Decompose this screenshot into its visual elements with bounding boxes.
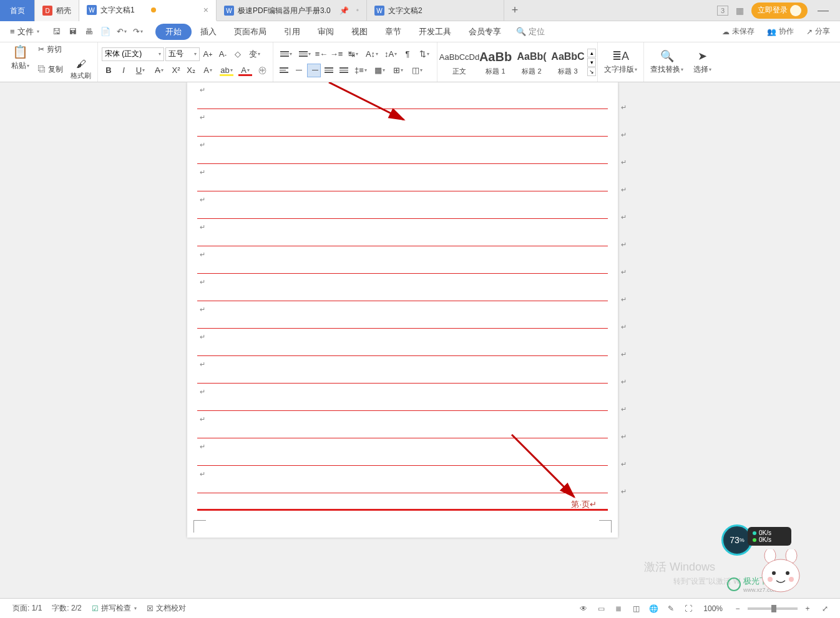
eye-icon[interactable]: 👁 — [576, 601, 591, 616]
page-indicator[interactable]: 页面: 1/1 — [7, 603, 47, 614]
line-spacing-button[interactable]: ‡≡▾ — [352, 64, 369, 77]
styles-down-button[interactable]: ▾ — [587, 58, 596, 67]
font-color-button[interactable]: A▾ — [237, 64, 254, 77]
login-button[interactable]: 立即登录 — [751, 2, 808, 19]
menu-tab-review[interactable]: 审阅 — [309, 22, 343, 41]
align-center-button[interactable] — [292, 64, 306, 77]
fullscreen-button[interactable]: ⤢ — [818, 601, 833, 616]
increase-indent-button[interactable]: →≡ — [330, 47, 343, 61]
undo-button[interactable]: ↶▾ — [114, 24, 129, 39]
proofread-button[interactable]: ☒文档校对 — [142, 603, 191, 614]
edit-icon[interactable]: ✎ — [663, 601, 678, 616]
zoom-thumb[interactable] — [771, 605, 776, 612]
web-layout-button[interactable]: ◫ — [628, 601, 643, 616]
asian-layout-button[interactable]: A↕▾ — [363, 47, 381, 61]
align-right-button[interactable] — [307, 64, 321, 77]
underline-button[interactable]: U▾ — [132, 64, 149, 77]
align-justify-button[interactable] — [322, 64, 336, 77]
word-count[interactable]: 字数: 2/2 — [47, 603, 86, 614]
zoom-out-button[interactable]: − — [730, 601, 745, 616]
pin-icon[interactable]: 📌 — [339, 6, 349, 15]
zoom-slider[interactable] — [748, 607, 798, 610]
find-replace-button[interactable]: 🔍 查找替换▾ — [648, 48, 686, 76]
tab-doc2[interactable]: W 文字文稿2 — [367, 0, 504, 21]
font-name-select[interactable]: 宋体 (正文)▾ — [102, 47, 164, 61]
shading-button[interactable]: ▦▾ — [371, 64, 388, 77]
text-layout-button[interactable]: ≣А 文字排版▾ — [602, 48, 640, 76]
italic-button[interactable]: I — [117, 64, 130, 77]
tab-docer[interactable]: D 稻壳 — [35, 0, 79, 21]
bullets-button[interactable]: ▾ — [277, 47, 295, 61]
print-layout-button[interactable]: ▭ — [593, 601, 608, 616]
text-effects-button[interactable]: A▾ — [199, 64, 217, 77]
style-normal[interactable]: AaBbCcDd正文 — [441, 47, 477, 77]
style-h2[interactable]: AaBb(标题 2 — [514, 47, 550, 77]
font-size-select[interactable]: 五号▾ — [165, 47, 200, 61]
format-button[interactable]: ⇅▾ — [416, 47, 433, 61]
close-icon[interactable]: × — [203, 5, 208, 15]
spell-check-toggle[interactable]: ☑拼写检查▾ — [87, 603, 142, 614]
coop-button[interactable]: 👥协作 — [762, 24, 799, 39]
increase-font-button[interactable]: A+ — [201, 47, 215, 61]
file-menu[interactable]: ≡ 文件 ▾ — [5, 24, 44, 40]
grid-icon[interactable]: ▦ — [733, 6, 746, 16]
style-h1[interactable]: AaBb标题 1 — [477, 47, 514, 77]
document-page[interactable]: ↵↵↵↵↵↵↵↵↵↵↵↵↵↵↵↵↵↵↵↵↵↵↵↵↵↵↵↵↵↵ 第·页↵ — [187, 82, 618, 538]
mascot-icon[interactable] — [759, 549, 803, 593]
save-button[interactable]: 🖫 — [49, 24, 64, 39]
strike-button[interactable]: A̶▾ — [150, 64, 168, 77]
new-tab-button[interactable]: + — [504, 0, 525, 21]
subscript-button[interactable]: X₂ — [184, 64, 198, 77]
print-button[interactable]: 🖶 — [82, 24, 97, 39]
enclosed-char-button[interactable]: ㊥ — [255, 64, 269, 77]
menu-tab-reference[interactable]: 引用 — [275, 22, 309, 41]
globe-icon[interactable]: 🌐 — [646, 601, 661, 616]
unsaved-button[interactable]: ☁未保存 — [717, 24, 759, 39]
styles-up-button[interactable]: ▴ — [587, 49, 596, 57]
bold-button[interactable]: B — [102, 64, 115, 77]
menu-tab-start[interactable]: 开始 — [155, 24, 192, 40]
show-marks-button[interactable]: ¶ — [401, 47, 414, 61]
highlight-button[interactable]: ab▾ — [218, 64, 235, 77]
phonetic-button[interactable]: 变▾ — [246, 47, 263, 61]
style-h3[interactable]: AaBbC标题 3 — [550, 47, 586, 77]
menu-tab-view[interactable]: 视图 — [343, 22, 376, 41]
copy-button[interactable]: ⿻复制 — [36, 57, 66, 82]
borders-button[interactable]: ⊞▾ — [389, 64, 407, 77]
align-distribute-button[interactable] — [337, 64, 351, 77]
superscript-button[interactable]: X² — [169, 64, 183, 77]
save-as-button[interactable]: 🖬 — [66, 24, 81, 39]
tab-button[interactable]: ↹▾ — [344, 47, 362, 61]
fit-button[interactable]: ⛶ — [681, 601, 696, 616]
menu-tab-dev[interactable]: 开发工具 — [410, 22, 460, 41]
paste-button[interactable]: 📋 粘贴▾ — [9, 43, 32, 72]
cut-button[interactable]: 剪切 — [36, 43, 94, 56]
numbering-button[interactable]: ▾ — [296, 47, 313, 61]
document-canvas[interactable]: ↵↵↵↵↵↵↵↵↵↵↵↵↵↵↵↵↵↵↵↵↵↵↵↵↵↵↵↵↵↵ 第·页↵ — [0, 82, 840, 598]
print-preview-button[interactable]: 📄 — [98, 24, 113, 39]
sort-button[interactable]: ↕A▾ — [382, 47, 399, 61]
tab-home[interactable]: 首页 — [0, 0, 35, 21]
select-button[interactable]: ➤ 选择▾ — [691, 48, 714, 76]
decrease-indent-button[interactable]: ≡← — [315, 47, 328, 61]
menu-tab-layout[interactable]: 页面布局 — [225, 22, 275, 41]
styles-more-button[interactable]: ↘ — [587, 67, 596, 76]
menu-tab-insert[interactable]: 插入 — [192, 22, 225, 41]
zoom-level[interactable]: 100% — [698, 604, 728, 613]
redo-button[interactable]: ↷▾ — [130, 24, 145, 39]
format-painter-button[interactable]: 🖌 格式刷 — [68, 57, 94, 82]
minimize-button[interactable]: — — [813, 4, 834, 17]
outline-button[interactable]: ≣ — [611, 601, 626, 616]
clear-format-button[interactable]: ◇ — [231, 47, 245, 61]
tab-pdf[interactable]: W 极速PDF编辑器用户手册3.0 📌 • — [217, 0, 367, 21]
align-left-button[interactable] — [277, 64, 291, 77]
tab-doc1[interactable]: W 文字文稿1 × — [79, 0, 217, 21]
menu-tab-section[interactable]: 章节 — [376, 22, 410, 41]
page-indicator[interactable]: 3 — [717, 6, 728, 16]
goto-field[interactable]: 🔍 定位 — [510, 24, 551, 40]
decrease-font-button[interactable]: A- — [216, 47, 230, 61]
share-button[interactable]: ↗分享 — [801, 24, 835, 39]
menu-tab-member[interactable]: 会员专享 — [460, 22, 510, 41]
zoom-in-button[interactable]: + — [800, 601, 815, 616]
pane-button[interactable]: ◫▾ — [408, 64, 426, 77]
